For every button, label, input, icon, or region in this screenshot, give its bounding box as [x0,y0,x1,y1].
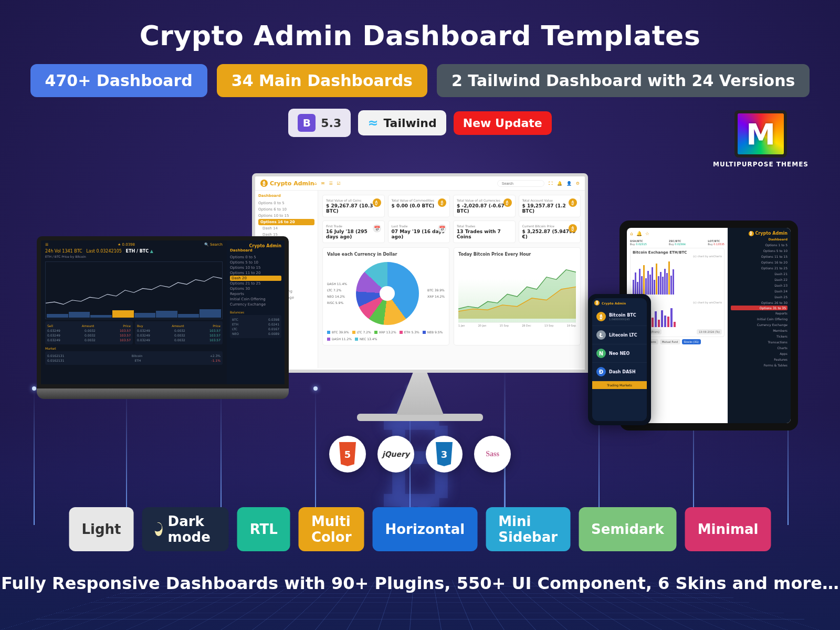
sidebar-item[interactable]: Options 26 to 30 [731,300,788,306]
coin-item[interactable]: NNeo NEO [592,344,647,363]
pill-main-dashboards: 34 Main Dashboards [217,64,427,97]
phone-mockup: ₿ Crypto Admin ₿Bitcoin BTC1.04000000245… [588,294,651,425]
sidebar-item[interactable]: Forms & Tables [731,362,788,368]
sidebar-item[interactable]: Transactions [731,339,788,345]
laptop-mockup: ☰ ★ 0.0398 🔍 Search 24h Vol 1341 BTC Las… [37,236,289,399]
stat-card: Current Bitcoin Price$ 3,252.87 (5.94799… [519,220,581,243]
sidebar-item[interactable]: Options 21 to 25 [230,281,281,286]
main-content: Total Value of all Coins$ 29,267.87 (10.… [318,191,585,368]
stat-card: Total Value of all Coins$ 29,267.87 (10.… [322,195,385,217]
sidebar-subitem[interactable]: Dash 24 [731,288,788,294]
user-icon[interactable]: 👤 [566,181,572,186]
bitcoin-icon: ₿ [569,224,577,233]
sidebar-subitem[interactable]: Dash 23 [731,282,788,288]
dash-icon: Đ [596,367,606,376]
sidebar-item[interactable]: Options 6 to 10 [258,206,314,213]
search-input[interactable] [497,180,544,187]
sidebar-item[interactable]: Options 11 to 20 [230,270,281,276]
variant-pills-row: Light Dark mode RTL Multi Color Horizont… [69,507,771,551]
bootstrap-version: 5.3 [321,117,341,130]
variant-dark: Dark mode [142,507,229,551]
sidebar-item[interactable]: Initial Coin Offering [230,297,281,302]
sidebar-subitem[interactable]: Dash 22 [731,277,788,282]
menu-icon[interactable]: ☰ [45,243,48,247]
sidebar-subitem[interactable]: Dash 14 [258,225,314,232]
pie-panel: Value each Currency in Dollar DASH 11.4%… [322,247,449,345]
bitcoin-icon: ₿ [594,300,600,306]
chat-icon[interactable]: ✉ [321,181,325,186]
sidebar-item[interactable]: Options 10 to 15 [258,213,314,219]
sidebar-item[interactable]: Options 21 to 25 [731,265,788,271]
sidebar-item[interactable]: Currency Exchange [731,322,788,328]
gear-icon[interactable]: ⚙ [576,181,580,186]
sidebar-item[interactable]: Charts [731,345,788,351]
variant-light: Light [69,507,134,551]
monitor-stand [396,373,444,415]
market-table: 0.0162131Bitcoin+2.3% 0.0162131ETH-1.1% [45,351,223,365]
market-label: Market [45,346,223,350]
tech-icons-row: 5 jQuery 3 Sass [329,436,511,472]
sidebar-item[interactable]: Options 5 to 10 [230,260,281,265]
star-icon[interactable]: ☆ [645,231,649,236]
tailwind-badge: ≈ Tailwind [358,110,446,135]
sidebar-item[interactable]: Reports [230,291,281,297]
sidebar-item-selected[interactable]: Options 31 to 35 [731,306,788,310]
coin-item[interactable]: ₿Bitcoin BTC1.04000000245 [592,308,647,326]
search-icon[interactable]: 🔍 Search [204,243,223,247]
sidebar-header: Dashboard [731,236,788,242]
date-to[interactable]: 13-08-2024 (To) [697,329,722,334]
sidebar-item[interactable]: Features [731,356,788,362]
moon-icon [155,522,163,536]
sidebar-item[interactable]: Currency Exchange [230,302,281,307]
monitor-base [357,414,483,421]
sell-table: SellAmountPrice 0.032490.0032103.57 0.03… [45,321,133,344]
panel-title: Value each Currency in Dollar [327,252,445,257]
ticker-row: DSH/BTCBuy 0.02315 ZEC/BTCBuy 0.02384 LO… [630,239,724,246]
bitcoin-icon: ₿ [503,198,512,207]
sidebar-item[interactable]: Options 0 to 5 [258,200,314,206]
html5-icon: 5 [329,436,366,472]
variant-semidark: Semidark [579,507,677,551]
sidebar-subitem[interactable]: Dash 21 [731,271,788,277]
sidebar-item[interactable]: Members [731,328,788,333]
pie-chart [356,262,419,325]
star-icon[interactable]: ★ 0.0398 [118,243,135,247]
variant-minimal: Minimal [685,507,771,551]
home-icon[interactable]: ⌂ [630,231,633,236]
sidebar-item[interactable]: Initial Coin Offering [731,316,788,322]
phone-header: ₿ Crypto Admin [592,298,647,308]
calendar-icon: 📅 [373,224,381,233]
bell-icon[interactable]: 🔔 [557,181,562,186]
bell-icon[interactable]: 🔔 [636,231,642,236]
sidebar-item[interactable]: Options 11 to 15 [731,254,788,259]
calendar-icon[interactable]: ☰ [329,181,332,186]
bitcoin-icon: ₿ [438,198,446,207]
coin-item[interactable]: ĐDash DASH [592,363,647,381]
sidebar-item[interactable]: Options 0 to 5 [230,255,281,260]
sidebar-item[interactable]: Options 1 to 5 [731,242,788,248]
area-panel: Today Bitcoin Price Every Hour [454,247,581,345]
sidebar-item[interactable]: Tickers [731,333,788,339]
sidebar-item[interactable]: Options 30 [230,286,281,291]
sidebar-item[interactable]: Apps [731,351,788,356]
tab-mutual[interactable]: Mutual Fund [660,339,680,344]
sidebar-item-selected[interactable]: Dash 20 [230,276,281,281]
tab-stocks[interactable]: Stocks (31) [682,339,701,344]
sidebar-item-selected[interactable]: Options 16 to 20 [258,219,314,225]
expand-icon[interactable]: ⛶ [549,181,553,186]
app-logo: Crypto Admin [260,180,314,187]
bitcoin-icon: ₿ [596,312,606,321]
task-icon[interactable]: ☑ [337,181,341,186]
bitcoin-icon: ₿ [373,198,381,207]
sidebar-item[interactable]: Options 16 to 20 [731,259,788,265]
sidebar-item[interactable]: Reports [731,310,788,316]
sidebar-item[interactable]: Options 10 to 15 [230,265,281,270]
variant-rtl: RTL [237,507,290,551]
sidebar-subitem[interactable]: Dash 25 [731,294,788,300]
sidebar-item[interactable]: Options 5 to 10 [731,248,788,254]
home-icon[interactable]: ⌂ [314,181,317,186]
brand-mark-icon [734,110,787,158]
sidebar-header: Dashboard [258,194,314,198]
feature-pills-row: 470+ Dashboard 34 Main Dashboards 2 Tail… [0,64,840,97]
coin-item[interactable]: ŁLitecoin LTC [592,326,647,344]
